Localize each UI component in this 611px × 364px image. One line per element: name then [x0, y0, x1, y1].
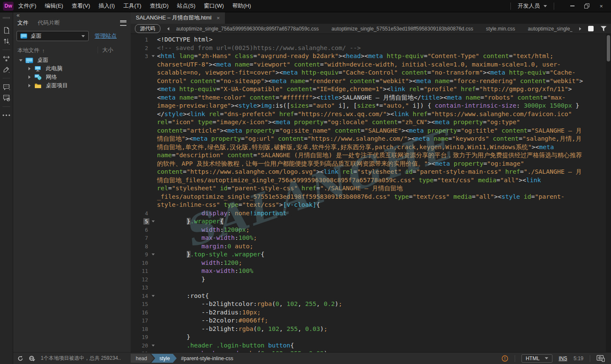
panel-grip-icon[interactable] — [3, 17, 10, 19]
code-line[interactable]: <meta name="theme-color" content="#fffff… — [131, 94, 606, 102]
code-line[interactable]: 18 --b2light:rgba(0, 102, 255, 0.03); — [131, 325, 606, 333]
code-line[interactable]: 情自留地,单文件,绿色版,汉化版,特别版,破解版,安卓,软件分享,好东西分享,p… — [131, 143, 606, 152]
code-editor[interactable]: 1<!DOCTYPE html>2<!-- saved from url=(00… — [131, 34, 611, 353]
document-tab[interactable]: SALANGHE – 月情自留地.html × — [131, 12, 225, 24]
menu-item-5[interactable]: 查找(D) — [149, 0, 169, 12]
menu-item-4[interactable]: 工具(T) — [123, 0, 143, 12]
tree-item-2[interactable]: 网络 — [13, 73, 131, 81]
code-line[interactable]: content="article"><meta property="og:sit… — [131, 127, 606, 135]
filter-icon[interactable] — [600, 26, 607, 31]
comment-disabled-icon[interactable] — [0, 92, 13, 103]
vertical-scrollbar[interactable] — [606, 34, 611, 353]
code-line[interactable]: 情自留地_files/autoptimize_single_756a599959… — [131, 176, 606, 185]
code-line[interactable]: 11 max-width:100% — [131, 267, 606, 275]
close-icon[interactable]: × — [216, 15, 220, 21]
tag-head[interactable]: head — [131, 354, 154, 363]
code-line[interactable]: 4 display: none!important — [131, 209, 606, 218]
restore-button[interactable] — [580, 0, 594, 12]
code-line[interactable]: 19 } — [131, 333, 606, 342]
code-line[interactable]: 8 margin:0 auto; — [131, 242, 606, 251]
code-line[interactable]: <meta http-equiv="X-UA-Compatible" conte… — [131, 85, 606, 94]
panel-menu-icon[interactable] — [120, 20, 126, 26]
menu-item-0[interactable]: 文件(F) — [17, 0, 37, 12]
source-code-button[interactable]: 源代码 — [135, 24, 160, 33]
tree-item-0[interactable]: 桌面 — [13, 56, 131, 64]
menu-item-7[interactable]: 窗口(W) — [203, 0, 225, 12]
sort-transfer-icon[interactable] — [0, 36, 13, 47]
code-line[interactable]: 5 }.wrapper{ — [131, 217, 606, 226]
code-line[interactable]: 1<!DOCTYPE html> — [131, 36, 606, 44]
menu-item-3[interactable]: 插入(I) — [98, 0, 115, 12]
tree-item-1[interactable]: 此电脑 — [13, 64, 131, 73]
files-panel-icon[interactable] — [0, 25, 13, 36]
fold-marker-icon[interactable] — [149, 250, 157, 259]
code-line[interactable]: 7 max-width:100%; — [131, 234, 606, 242]
doctype-select[interactable]: HTML — [521, 354, 552, 363]
scrollbar-thumb[interactable] — [607, 35, 610, 61]
menu-item-6[interactable]: 站点(S) — [176, 0, 196, 12]
code-line[interactable]: </style><link rel="dns-prefetch" href="h… — [131, 110, 606, 119]
expand-icon[interactable] — [26, 75, 33, 79]
fold-marker-icon[interactable] — [149, 342, 157, 350]
code-line[interactable]: 情自留地"><meta property="og:url" content="h… — [131, 135, 606, 143]
code-line[interactable]: style-inline-css" type="text/css">[v-clo… — [131, 201, 606, 209]
code-line[interactable]: 12 } — [131, 275, 606, 284]
code-line[interactable]: 2<!-- saved from url=(0025)https://www.s… — [131, 44, 606, 53]
code-line[interactable]: 15 --b2lightcolor:rgba(0, 102, 255, 0.2)… — [131, 300, 606, 308]
menu-item-8[interactable]: 帮助(H) — [232, 0, 252, 12]
wrap-tag-icon[interactable] — [0, 53, 13, 64]
column-size[interactable]: 大小 — [98, 47, 113, 53]
column-local-files[interactable]: 本地文件↑ — [17, 47, 45, 54]
sync-status-icon[interactable] — [29, 356, 35, 361]
refresh-icon[interactable] — [17, 356, 23, 361]
code-line[interactable]: image-preview:large"><style>img:is([size… — [131, 102, 606, 110]
manage-sites-link[interactable]: 管理站点 — [95, 32, 117, 40]
code-line[interactable]: 13 — [131, 283, 606, 292]
code-line[interactable]: 14 :root{ — [131, 292, 606, 300]
code-line[interactable]: name="description" content="SALANGHE (月情… — [131, 151, 606, 160]
tab-snippets[interactable]: 代码片断 — [38, 19, 60, 27]
code-line[interactable]: content="https://www.salanghe.com/logo.s… — [131, 168, 606, 176]
scroll-left-icon[interactable] — [167, 27, 169, 31]
tag-style[interactable]: style — [151, 354, 177, 363]
related-file-3[interactable]: autoptimize_single_f3ce77cab702d04ab419b — [528, 26, 572, 32]
minimize-button[interactable] — [565, 0, 580, 12]
menu-item-2[interactable]: 查看(V) — [71, 0, 91, 12]
code-line[interactable]: 10 width:1200; — [131, 259, 606, 267]
fold-marker-icon[interactable] — [149, 292, 157, 300]
insert-mode-indicator[interactable]: INS — [559, 356, 567, 361]
related-file-0[interactable]: autoptimize_single_756a59995963008c895f7… — [176, 26, 319, 32]
collapse-icon[interactable] — [17, 59, 24, 61]
code-line[interactable]: rel="icon" type="image/x-icon"><meta pro… — [131, 118, 606, 127]
code-line[interactable]: 9 }.top-style .wrapper{ — [131, 250, 606, 259]
warning-icon[interactable] — [502, 355, 508, 362]
expand-icon[interactable] — [26, 67, 33, 70]
code-line[interactable]: 的软件、APP 及技术经验教程，让每一位用户都能便捷享受到高品质互联网资源带来的… — [131, 160, 606, 168]
code-line[interactable]: 16 --b2radius:10px; — [131, 308, 606, 317]
related-file-1[interactable]: autoptimize_single_57551e53ed198ff595830… — [331, 26, 473, 32]
workspace-switcher[interactable]: 开发人员 — [518, 2, 547, 10]
related-file-2[interactable]: style.min.css — [486, 26, 515, 32]
menu-item-1[interactable]: 编辑(E) — [44, 0, 64, 12]
code-line[interactable]: 17 --b2color:#0066ff; — [131, 317, 606, 325]
scroll-right-icon[interactable] — [579, 27, 581, 31]
fold-marker-icon[interactable] — [149, 217, 157, 226]
expand-icon[interactable] — [26, 84, 33, 87]
code-line[interactable]: 6 width:1200px; — [131, 226, 606, 234]
site-select[interactable]: 桌面 — [17, 31, 89, 41]
tab-files[interactable]: 文件 — [17, 19, 28, 27]
code-line[interactable]: Control" content="no-siteapp"><meta name… — [131, 77, 606, 86]
code-line[interactable]: rel="stylesheet" id="parent-style-css" h… — [131, 184, 606, 193]
tree-item-3[interactable]: 桌面项目 — [13, 81, 131, 90]
live-preview-icon[interactable] — [597, 355, 605, 362]
more-options-icon[interactable] — [0, 110, 13, 121]
code-line[interactable]: _files/autoptimize_single_57551e53ed198f… — [131, 193, 606, 201]
code-line[interactable]: 3<html lang="zh-Hans" class="avgrund-rea… — [131, 52, 606, 61]
quick-edit-icon[interactable] — [0, 64, 13, 75]
comment-icon[interactable] — [0, 81, 13, 92]
code-line[interactable]: charset=UTF-8"><meta name="viewport" con… — [131, 61, 606, 69]
code-line[interactable]: 20 .header .login-button button{ — [131, 342, 606, 350]
selector-id[interactable]: #parent-style-inline-css — [181, 356, 233, 361]
code-line[interactable]: scalable=no, viewport-fit=cover"><meta h… — [131, 69, 606, 77]
close-button[interactable]: × — [594, 0, 608, 12]
